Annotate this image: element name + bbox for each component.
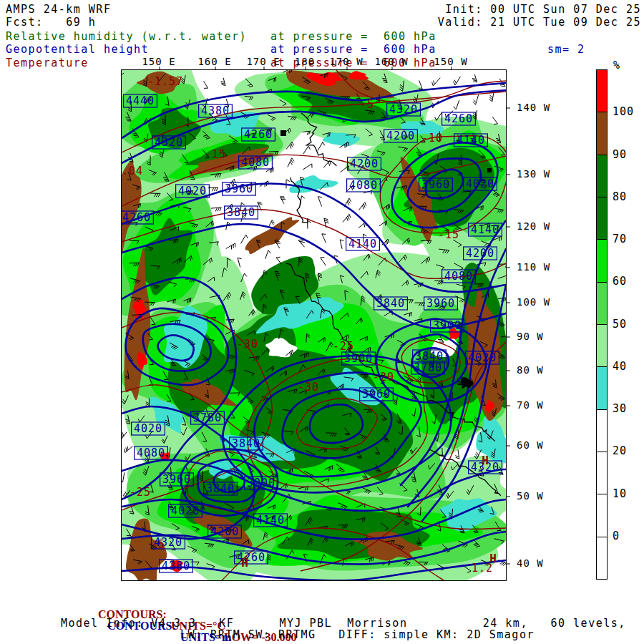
right-axis-label: 100 W	[517, 297, 550, 308]
svg-text:4020: 4020	[171, 504, 200, 517]
svg-text:3960: 3960	[162, 473, 191, 486]
colorbar-segment	[597, 452, 607, 494]
colorbar-segment	[597, 325, 607, 367]
svg-text:4440: 4440	[126, 94, 155, 107]
colorbar-segment	[597, 112, 607, 155]
svg-text:4200: 4200	[466, 247, 494, 260]
top-axis-label: 170 W	[329, 57, 363, 67]
weather-chart-page: AMPS 24-km WRF Fcst: 69 h Init: 00 UTC S…	[0, 0, 644, 644]
svg-text:3960: 3960	[421, 178, 450, 191]
colorbar-segment	[597, 240, 607, 282]
weather-map: 4440438043204260426043204200414040804260…	[121, 69, 507, 581]
svg-text:3780: 3780	[414, 361, 442, 374]
valid-time: Valid: 21 UTC Tue 09 Dec 25	[438, 17, 641, 28]
svg-text:3780: 3780	[193, 411, 222, 424]
colorbar-tick-label: 100	[613, 105, 634, 118]
svg-text:-5: -5	[360, 98, 374, 111]
colorbar-tick-label: 80	[613, 190, 627, 203]
colorbar-segment	[597, 197, 607, 240]
colorbar-tick-label: 0	[613, 530, 620, 542]
colorbar-segment	[597, 70, 607, 112]
svg-text:3900: 3900	[433, 319, 462, 332]
init-time: Init: 00 UTC Sun 07 Dec 25	[445, 4, 641, 15]
svg-text:4320: 4320	[389, 103, 418, 116]
svg-text:4200: 4200	[386, 130, 415, 142]
svg-text:4140: 4140	[348, 238, 377, 250]
svg-text:-25: -25	[333, 340, 354, 353]
field-height-level: at pressure = 600 hPa	[270, 44, 436, 55]
colorbar-segment	[597, 283, 607, 325]
colorbar-segment	[597, 367, 607, 409]
top-axis-label: 180	[295, 57, 315, 67]
svg-text:4200: 4200	[350, 157, 379, 170]
field-height-label: Geopotential height	[6, 44, 149, 55]
field-humidity-level: at pressure = 600 hPa	[270, 31, 436, 42]
colorbar-tick-label: 60	[613, 275, 627, 288]
svg-text:3840: 3840	[232, 437, 260, 450]
colorbar-tick-label: 40	[613, 360, 627, 373]
model-title: AMPS 24-km WRF	[6, 4, 111, 15]
svg-text:-15: -15	[205, 148, 226, 161]
svg-text:4260: 4260	[444, 112, 473, 125]
svg-text:-30: -30	[298, 381, 319, 394]
svg-text:4080: 4080	[444, 270, 473, 283]
colorbar-segment	[597, 155, 607, 197]
right-axis-label: 70 W	[517, 400, 544, 411]
svg-text:-20: -20	[373, 371, 394, 384]
svg-text:H: H	[482, 454, 489, 467]
svg-text:H: H	[489, 552, 497, 565]
svg-text:3840: 3840	[376, 297, 405, 310]
svg-text:-15: -15	[438, 228, 459, 241]
right-axis-label: 120 W	[517, 221, 550, 232]
colorbar-tick-label: 10	[613, 487, 627, 500]
colorbar-segment	[597, 410, 607, 452]
svg-text:4260: 4260	[122, 211, 151, 224]
svg-text:4260: 4260	[244, 128, 273, 141]
svg-text:4200: 4200	[210, 525, 239, 538]
svg-text:3960: 3960	[362, 388, 391, 401]
colorbar-tick-label: 70	[613, 233, 627, 245]
svg-text:4140: 4140	[471, 223, 499, 236]
svg-text:H: H	[241, 556, 248, 570]
svg-text:-1.57: -1.57	[147, 75, 183, 88]
svg-text:4320: 4320	[155, 136, 183, 149]
svg-text:-.04: -.04	[114, 165, 143, 177]
colorbar-tick-label: 90	[613, 148, 627, 161]
top-axis-label: 160 E	[197, 57, 231, 67]
svg-text:4080: 4080	[349, 179, 378, 192]
model-info-line1: Model Info: V4.3.3 KF MYJ PBL Morrison 2…	[61, 618, 626, 629]
right-axis-label: 140 W	[517, 102, 550, 113]
colorbar-segment	[597, 537, 607, 579]
svg-text:3900: 3900	[344, 352, 373, 365]
right-axis-label: 50 W	[517, 491, 544, 502]
field-temperature-label: Temperature	[6, 58, 89, 69]
right-axis-label: 110 W	[517, 262, 550, 273]
right-axis-label: 60 W	[517, 440, 544, 451]
top-axis-label: 150 W	[434, 57, 467, 67]
colorbar-tick-label: 30	[613, 402, 627, 415]
svg-text:3840: 3840	[227, 206, 255, 219]
forecast-hour: Fcst: 69 h	[6, 17, 96, 28]
humidity-colorbar	[596, 69, 608, 580]
top-axis-label: 150 E	[142, 57, 175, 67]
svg-text:3840: 3840	[206, 482, 235, 495]
height-contour-info: CONTOURS: UNITS=m LOW= 3660.0 HIGH= 4440…	[0, 609, 11, 644]
right-axis-label: 90 W	[517, 331, 544, 342]
colorbar-tick-label: 20	[613, 444, 627, 457]
svg-text:4020: 4020	[178, 185, 207, 197]
right-axis-label: 40 W	[517, 558, 544, 569]
svg-text:4080: 4080	[137, 447, 165, 459]
colorbar-tick-label: 50	[613, 318, 627, 331]
svg-text:3960: 3960	[225, 182, 253, 195]
svg-text:-25: -25	[130, 486, 151, 499]
svg-text:-10: -10	[421, 132, 443, 145]
colorbar-segment	[597, 494, 607, 537]
colorbar-title: %	[613, 60, 621, 71]
model-info-line2: LW: RRTM SW: RRTMG DIFF: simple KM: 2D S…	[180, 630, 535, 640]
svg-text:4380: 4380	[162, 560, 190, 572]
svg-text:4020: 4020	[466, 177, 494, 190]
svg-text:-5: -5	[151, 538, 165, 551]
field-humidity-label: Relative humidity (w.r.t. water)	[6, 31, 247, 42]
smoothing-note: sm= 2	[547, 44, 585, 55]
svg-text:4020: 4020	[134, 422, 162, 435]
